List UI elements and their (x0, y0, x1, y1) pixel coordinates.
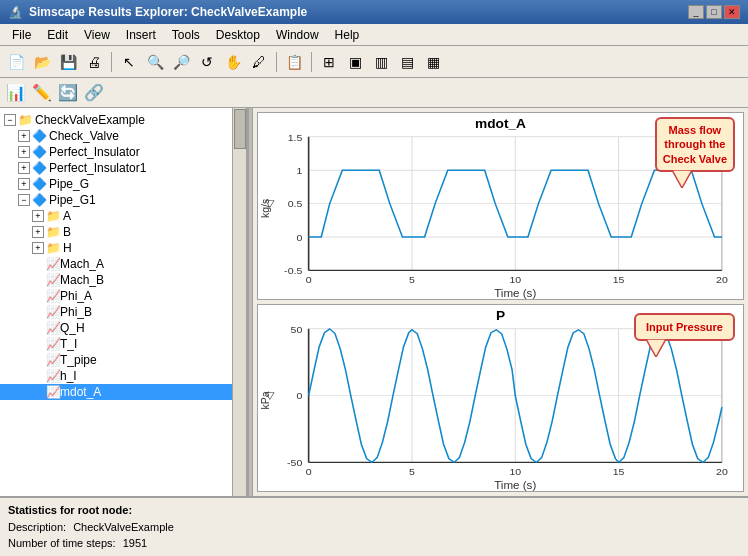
callout-mass-flow-text: Mass flowthrough theCheck Valve (663, 124, 727, 165)
grid-button[interactable]: ⊞ (317, 50, 341, 74)
tree-node-phi-a[interactable]: 📈 Phi_A (0, 288, 246, 304)
tree-node-b[interactable]: + 📁 B (0, 224, 246, 240)
expand-b[interactable]: + (32, 226, 44, 238)
tree-node-perfect-insulator[interactable]: + 🔷 Perfect_Insulator (0, 144, 246, 160)
pan-button[interactable]: ✋ (221, 50, 245, 74)
svg-text:50: 50 (291, 324, 303, 334)
tree-label-q-h: Q_H (60, 321, 85, 335)
tree-node-h[interactable]: + 📁 H (0, 240, 246, 256)
folder-icon-b: 📁 (46, 225, 60, 239)
svg-text:5: 5 (409, 466, 415, 476)
svg-text:0.5: 0.5 (288, 199, 303, 209)
charts-wrapper: mdot_A (257, 112, 744, 492)
expand-h[interactable]: + (32, 242, 44, 254)
tree-node-phi-b[interactable]: 📈 Phi_B (0, 304, 246, 320)
status-logged-vars: Number of logged variables: 125 (8, 552, 740, 557)
svg-marker-51 (646, 339, 666, 357)
tree-node-root[interactable]: − 📁 CheckValveExample (0, 112, 246, 128)
tree-scrollbar[interactable] (232, 108, 246, 496)
cube-icon-pipe-g1: 🔷 (32, 193, 46, 207)
svg-marker-27 (672, 170, 692, 188)
tree-container[interactable]: − 📁 CheckValveExample + 🔷 Check_Valve + … (0, 108, 246, 492)
menu-insert[interactable]: Insert (118, 26, 164, 44)
expand-perfect-insulator1[interactable]: + (18, 162, 30, 174)
rotate-button[interactable]: ↺ (195, 50, 219, 74)
tree-label-mach-b: Mach_B (60, 273, 104, 287)
inspect-button[interactable]: 🖊 (247, 50, 271, 74)
tree-label-phi-a: Phi_A (60, 289, 92, 303)
menu-tools[interactable]: Tools (164, 26, 208, 44)
tree-node-perfect-insulator1[interactable]: + 🔷 Perfect_Insulator1 (0, 160, 246, 176)
edit-button[interactable]: ✏️ (30, 81, 54, 105)
sep1 (111, 52, 112, 72)
tree-node-mach-a[interactable]: 📈 Mach_A (0, 256, 246, 272)
tree-node-mach-b[interactable]: 📈 Mach_B (0, 272, 246, 288)
callout-input-pressure: Input Pressure (634, 313, 735, 341)
minimize-button[interactable]: _ (688, 5, 704, 19)
link-button[interactable]: 🔗 (82, 81, 106, 105)
expand-check-valve[interactable]: + (18, 130, 30, 142)
status-time-steps: Number of time steps: 1951 (8, 535, 740, 552)
new-button[interactable]: 📄 (4, 50, 28, 74)
expand-a[interactable]: + (32, 210, 44, 222)
chart-bottom[interactable]: P -50 (257, 304, 744, 492)
cube-icon-perfect-insulator1: 🔷 (32, 161, 46, 175)
box1-button[interactable]: ▣ (343, 50, 367, 74)
tree-node-q-h[interactable]: 📈 Q_H (0, 320, 246, 336)
tree-node-check-valve[interactable]: + 🔷 Check_Valve (0, 128, 246, 144)
menu-view[interactable]: View (76, 26, 118, 44)
print-button[interactable]: 🖨 (82, 50, 106, 74)
tree-scrollbar-thumb[interactable] (234, 109, 246, 149)
menu-edit[interactable]: Edit (39, 26, 76, 44)
leaf-icon-mdot-a: 📈 (46, 385, 60, 399)
svg-text:15: 15 (613, 274, 625, 284)
title-bar-controls[interactable]: _ □ ✕ (688, 5, 740, 19)
main-area: − 📁 CheckValveExample + 🔷 Check_Valve + … (0, 108, 748, 496)
menu-window[interactable]: Window (268, 26, 327, 44)
zoom-in-button[interactable]: 🔍 (143, 50, 167, 74)
close-button[interactable]: ✕ (724, 5, 740, 19)
box3-button[interactable]: ▤ (395, 50, 419, 74)
tree-node-pipe-g[interactable]: + 🔷 Pipe_G (0, 176, 246, 192)
leaf-icon-phi-a: 📈 (46, 289, 60, 303)
pointer-button[interactable]: ↖ (117, 50, 141, 74)
expand-pipe-g[interactable]: + (18, 178, 30, 190)
box2-button[interactable]: ▥ (369, 50, 393, 74)
menu-help[interactable]: Help (327, 26, 368, 44)
tree-node-h-i[interactable]: 📈 h_I (0, 368, 246, 384)
sep2 (276, 52, 277, 72)
tree-node-pipe-g1[interactable]: − 🔷 Pipe_G1 (0, 192, 246, 208)
save-button[interactable]: 💾 (56, 50, 80, 74)
tree-label-b: B (63, 225, 71, 239)
maximize-button[interactable]: □ (706, 5, 722, 19)
leaf-icon-phi-b: 📈 (46, 305, 60, 319)
svg-text:20: 20 (716, 274, 728, 284)
add-plot-button[interactable]: 📊 (4, 81, 28, 105)
expand-pipe-g1[interactable]: − (18, 194, 30, 206)
expand-perfect-insulator[interactable]: + (18, 146, 30, 158)
status-description: Description: CheckValveExample (8, 519, 740, 536)
leaf-icon-q-h: 📈 (46, 321, 60, 335)
tree-node-a[interactable]: + 📁 A (0, 208, 246, 224)
folder-icon-a: 📁 (46, 209, 60, 223)
window-title: Simscape Results Explorer: CheckValveExa… (29, 5, 307, 19)
refresh-button[interactable]: 🔄 (56, 81, 80, 105)
copy-button[interactable]: 📋 (282, 50, 306, 74)
expand-root[interactable]: − (4, 114, 16, 126)
tree-label-check-valve: Check_Valve (49, 129, 119, 143)
sidebar: − 📁 CheckValveExample + 🔷 Check_Valve + … (0, 108, 248, 496)
open-button[interactable]: 📂 (30, 50, 54, 74)
menu-file[interactable]: File (4, 26, 39, 44)
tree-node-mdot-a[interactable]: 📈 mdot_A (0, 384, 246, 400)
svg-text:mdot_A: mdot_A (475, 117, 527, 131)
menu-desktop[interactable]: Desktop (208, 26, 268, 44)
chart-top[interactable]: mdot_A (257, 112, 744, 300)
box4-button[interactable]: ▦ (421, 50, 445, 74)
svg-text:10: 10 (509, 466, 521, 476)
zoom-out-button[interactable]: 🔎 (169, 50, 193, 74)
tree-node-t-pipe[interactable]: 📈 T_pipe (0, 352, 246, 368)
status-description-value: CheckValveExample (73, 521, 174, 533)
tree-node-t-i[interactable]: 📈 T_I (0, 336, 246, 352)
chart-area: mdot_A (253, 108, 748, 496)
tree-label-mach-a: Mach_A (60, 257, 104, 271)
